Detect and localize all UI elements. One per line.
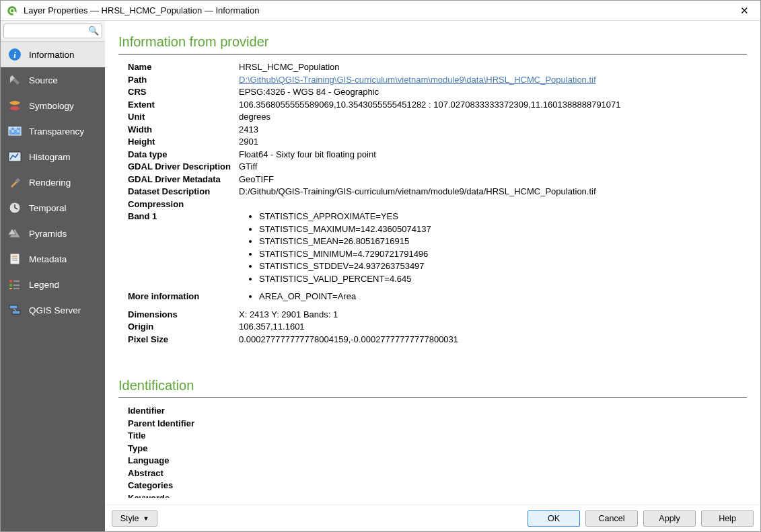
- band1-item: STATISTICS_MINIMUM=4.7290721791496: [259, 248, 747, 261]
- band1-item: STATISTICS_STDDEV=24.937263753497: [259, 260, 747, 273]
- prop-key: Identifier: [128, 405, 239, 418]
- divider: [118, 54, 747, 54]
- prop-key: Origin: [128, 321, 239, 334]
- moreinfo-item: AREA_OR_POINT=Area: [259, 291, 747, 303]
- nav-item-information[interactable]: i Information: [1, 42, 105, 67]
- server-icon: [7, 303, 22, 317]
- nav-label: Legend: [29, 280, 59, 290]
- search-input[interactable]: [3, 24, 102, 38]
- nav-item-pyramids[interactable]: Pyramids: [1, 221, 105, 246]
- nav-item-qgis-server[interactable]: QGIS Server: [1, 297, 105, 323]
- prop-key: Name: [128, 61, 239, 74]
- section-identification-title: Identification: [118, 378, 747, 393]
- prop-key: Pixel Size: [128, 334, 239, 346]
- symbology-icon: [7, 98, 22, 113]
- nav-item-source[interactable]: Source: [1, 67, 105, 93]
- prop-value: degrees: [239, 111, 747, 124]
- band1-list: STATISTICS_APPROXIMATE=YESSTATISTICS_MAX…: [259, 211, 747, 285]
- prop-value: GeoTIFF: [239, 174, 747, 186]
- bottom-bar: Style▼ OK Cancel Apply Help: [105, 504, 760, 531]
- nav-label: Histogram: [29, 152, 71, 162]
- prop-key: Width: [128, 124, 239, 137]
- nav: i Information Source Symbology Transpare…: [1, 42, 105, 531]
- info-icon: i: [7, 47, 22, 62]
- nav-item-transparency[interactable]: Transparency: [1, 118, 105, 144]
- section-provider-title: Information from provider: [118, 34, 747, 50]
- prop-value: [239, 418, 747, 430]
- prop-value: [239, 430, 747, 443]
- svg-rect-9: [11, 130, 14, 132]
- chevron-down-icon: ▼: [143, 515, 149, 522]
- prop-key: Abstract: [128, 467, 239, 480]
- nav-item-rendering[interactable]: Rendering: [1, 169, 105, 195]
- prop-key: GDAL Driver Description: [128, 161, 239, 174]
- prop-value: [239, 480, 747, 492]
- prop-value: Float64 - Sixty four bit floating point: [239, 149, 747, 161]
- nav-item-histogram[interactable]: Histogram: [1, 144, 105, 169]
- nav-item-temporal[interactable]: Temporal: [1, 195, 105, 221]
- qgis-icon: [6, 5, 18, 17]
- prop-value: [239, 455, 747, 467]
- nav-label: Metadata: [29, 254, 67, 264]
- help-button[interactable]: Help: [701, 510, 754, 527]
- pyramids-icon: [7, 226, 22, 241]
- nav-label: Information: [29, 50, 75, 60]
- prop-value: [239, 198, 747, 211]
- band1-item: STATISTICS_MAXIMUM=142.43605074137: [259, 223, 747, 236]
- prop-key: Parent Identifier: [128, 418, 239, 430]
- svg-rect-18: [10, 254, 20, 264]
- svg-rect-23: [9, 284, 12, 287]
- content-panel[interactable]: Information from provider NameHRSL_HCMC_…: [105, 21, 760, 498]
- nav-item-symbology[interactable]: Symbology: [1, 93, 105, 118]
- ok-button[interactable]: OK: [528, 510, 580, 527]
- svg-rect-24: [9, 288, 12, 289]
- search-bar: 🔍: [1, 21, 105, 42]
- nav-label: Source: [29, 75, 58, 85]
- nav-item-legend[interactable]: Legend: [1, 272, 105, 297]
- svg-rect-7: [9, 127, 11, 130]
- divider: [118, 397, 747, 398]
- prop-key: Extent: [128, 99, 239, 112]
- apply-button[interactable]: Apply: [643, 510, 696, 527]
- prop-value: [239, 443, 747, 455]
- temporal-icon: [7, 200, 22, 215]
- nav-label: Rendering: [29, 178, 71, 188]
- prop-value: 106.357,11.1601: [239, 321, 747, 334]
- style-button[interactable]: Style▼: [112, 510, 157, 527]
- prop-value: GTiff: [239, 161, 747, 174]
- nav-label: Temporal: [29, 203, 67, 213]
- path-link[interactable]: D:\Github\QGIS-Training\GIS-curriculum\v…: [239, 75, 596, 85]
- prop-key: Categories: [128, 480, 239, 492]
- prop-value: EPSG:4326 - WGS 84 - Geographic: [239, 86, 747, 99]
- prop-key: Type: [128, 443, 239, 455]
- close-button[interactable]: ✕: [733, 5, 755, 17]
- provider-properties: NameHRSL_HCMC_Population PathD:\Github\Q…: [128, 61, 747, 346]
- moreinfo-list: AREA_OR_POINT=Area: [259, 291, 747, 303]
- prop-value: D:/Github/QGIS-Training/GIS-curriculum/v…: [239, 186, 747, 198]
- prop-key: Unit: [128, 111, 239, 124]
- svg-rect-29: [12, 311, 20, 314]
- nav-item-metadata[interactable]: Metadata: [1, 246, 105, 272]
- prop-key: Height: [128, 136, 239, 149]
- nav-label: QGIS Server: [29, 305, 81, 315]
- prop-key: Language: [128, 455, 239, 467]
- svg-rect-22: [9, 280, 12, 282]
- prop-key: Dimensions: [128, 309, 239, 321]
- prop-key: Dataset Description: [128, 186, 239, 198]
- svg-text:i: i: [13, 50, 16, 60]
- prop-value: X: 2413 Y: 2901 Bands: 1: [239, 309, 747, 321]
- metadata-icon: [7, 252, 22, 266]
- prop-value: 106.3568055555589069,10.3543055555451282…: [239, 99, 747, 112]
- nav-label: Transparency: [29, 126, 84, 137]
- prop-key: Compression: [128, 198, 239, 211]
- transparency-icon: [7, 124, 22, 139]
- prop-key: Band 1: [128, 211, 239, 285]
- prop-key: Data type: [128, 149, 239, 161]
- svg-point-3: [11, 9, 14, 12]
- prop-value: [239, 467, 747, 480]
- prop-value: [239, 492, 747, 498]
- rendering-icon: [7, 175, 22, 190]
- prop-value: 2413: [239, 124, 747, 137]
- cancel-button[interactable]: Cancel: [585, 510, 638, 527]
- title-bar: Layer Properties — HRSL_HCMC_Population …: [1, 1, 760, 21]
